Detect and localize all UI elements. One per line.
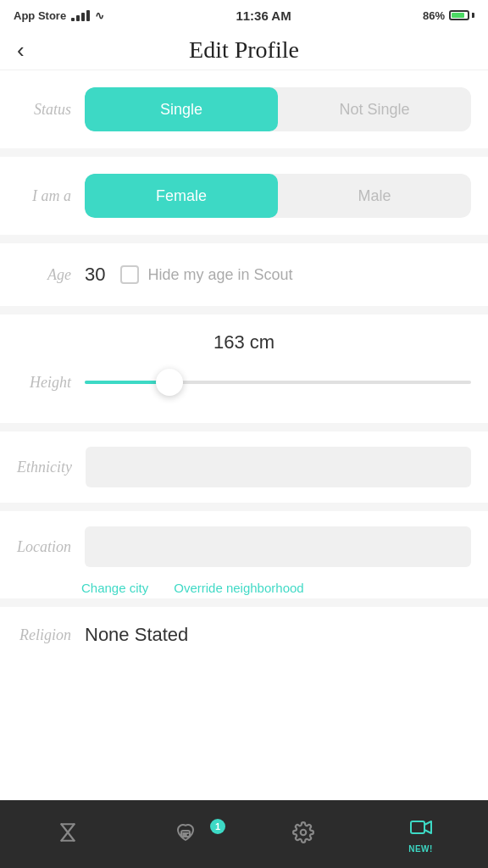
battery-percent: 86% bbox=[423, 9, 445, 22]
ethnicity-section: Ethnicity bbox=[0, 431, 488, 503]
height-value: 163 cm bbox=[214, 331, 274, 353]
carrier-info: App Store ∿ bbox=[14, 9, 104, 22]
gender-female-btn[interactable]: Female bbox=[85, 174, 278, 218]
svg-point-3 bbox=[300, 830, 306, 836]
status-bar: App Store ∿ 11:36 AM 86% bbox=[0, 0, 488, 31]
hourglass-icon bbox=[57, 821, 79, 847]
hide-age-wrap: Hide my age in Scout bbox=[120, 265, 292, 284]
gender-male-btn[interactable]: Male bbox=[278, 174, 471, 218]
content-area: Status Single Not Single I am a Female M… bbox=[0, 70, 488, 663]
height-section: 163 cm Height bbox=[0, 314, 488, 423]
status-toggle: Single Not Single bbox=[85, 87, 471, 131]
video-cam-icon bbox=[409, 815, 433, 843]
religion-section: Religion None Stated bbox=[0, 607, 488, 663]
gender-section: I am a Female Male bbox=[0, 157, 488, 235]
religion-value: None Stated bbox=[85, 624, 188, 646]
carrier-text: App Store bbox=[14, 9, 66, 22]
nav-item-settings[interactable] bbox=[244, 821, 362, 847]
signal-icon bbox=[71, 10, 90, 21]
gender-toggle: Female Male bbox=[85, 174, 471, 218]
age-label: Age bbox=[17, 266, 85, 284]
status-section: Status Single Not Single bbox=[0, 70, 488, 148]
religion-label: Religion bbox=[17, 626, 85, 644]
nav-item-video[interactable]: NEW! bbox=[362, 815, 480, 854]
height-row: Height bbox=[17, 365, 471, 399]
location-label: Location bbox=[17, 538, 85, 556]
video-nav-label: NEW! bbox=[408, 844, 433, 854]
religion-row: Religion None Stated bbox=[17, 624, 471, 646]
age-section: Age 30 Hide my age in Scout bbox=[0, 243, 488, 306]
status-single-btn[interactable]: Single bbox=[85, 87, 278, 131]
hide-age-checkbox[interactable] bbox=[120, 265, 139, 284]
age-row: Age 30 Hide my age in Scout bbox=[17, 264, 471, 286]
nav-item-scout[interactable] bbox=[8, 821, 126, 847]
page-title: Edit Profile bbox=[189, 36, 299, 64]
status-label: Status bbox=[17, 101, 85, 119]
heart-msg-icon bbox=[174, 821, 197, 848]
wifi-icon: ∿ bbox=[95, 9, 104, 22]
height-label: Height bbox=[17, 374, 85, 392]
age-value: 30 bbox=[85, 264, 105, 286]
height-slider-thumb[interactable] bbox=[156, 369, 183, 396]
height-slider-wrap bbox=[85, 365, 471, 399]
back-button[interactable]: ‹ bbox=[17, 39, 25, 61]
height-value-row: 163 cm bbox=[17, 331, 471, 353]
matches-badge: 1 bbox=[210, 819, 225, 834]
hide-age-label: Hide my age in Scout bbox=[147, 266, 292, 284]
location-input[interactable] bbox=[85, 526, 471, 567]
status-not-single-btn[interactable]: Not Single bbox=[278, 87, 471, 131]
header: ‹ Edit Profile bbox=[0, 31, 488, 70]
location-section: Location bbox=[0, 511, 488, 574]
gender-row: I am a Female Male bbox=[17, 174, 471, 218]
battery-icon bbox=[449, 10, 474, 20]
ethnicity-input[interactable] bbox=[86, 447, 471, 487]
battery-info: 86% bbox=[423, 9, 474, 22]
status-time: 11:36 AM bbox=[236, 8, 291, 23]
change-city-btn[interactable]: Change city bbox=[81, 581, 148, 595]
location-links: Change city Override neighborhood bbox=[0, 574, 488, 598]
gear-icon bbox=[292, 821, 314, 847]
height-slider-track bbox=[85, 381, 471, 384]
status-row: Status Single Not Single bbox=[17, 87, 471, 131]
gender-label: I am a bbox=[17, 187, 85, 205]
nav-item-matches[interactable]: 1 bbox=[126, 821, 244, 848]
bottom-nav: 1 NEW! bbox=[0, 800, 488, 868]
ethnicity-row: Ethnicity bbox=[17, 447, 471, 487]
ethnicity-label: Ethnicity bbox=[17, 459, 86, 476]
svg-rect-4 bbox=[411, 821, 424, 833]
override-neighborhood-btn[interactable]: Override neighborhood bbox=[174, 581, 303, 595]
location-row: Location bbox=[17, 526, 471, 567]
